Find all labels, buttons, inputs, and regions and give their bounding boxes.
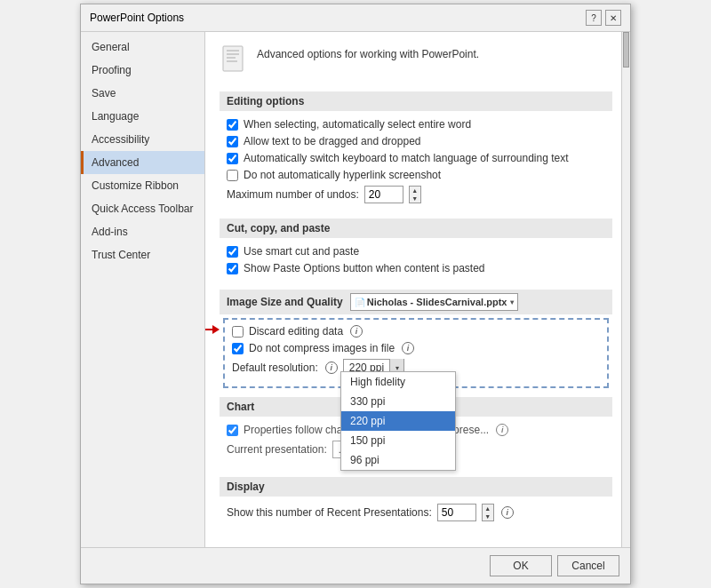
dialog-body: General Proofing Save Language Accessibi…: [81, 32, 630, 547]
scrollbar-thumb[interactable]: [623, 32, 629, 68]
recent-presentations-row: Show this number of Recent Presentations…: [227, 504, 605, 521]
option-discard-editing: Discard editing data i: [232, 325, 600, 338]
max-undos-spinner: ▲ ▼: [409, 186, 421, 203]
dashed-region-wrapper: Discard editing data i Do not compress i…: [220, 318, 612, 388]
dialog-title: PowerPoint Options: [90, 12, 184, 24]
max-undos-down[interactable]: ▼: [410, 195, 420, 203]
label-discard-editing: Discard editing data: [249, 325, 343, 338]
resolution-dropdown-popup: High fidelity 330 ppi 220 ppi 150 ppi 96…: [340, 371, 456, 471]
title-bar: PowerPoint Options ? ✕: [81, 4, 630, 32]
editing-section-body: When selecting, automatically select ent…: [220, 118, 612, 219]
sidebar-item-accessibility[interactable]: Accessibility: [81, 128, 204, 151]
label-drag-drop: Allow text to be dragged and dropped: [244, 135, 420, 147]
option-smart-cut: Use smart cut and paste: [227, 245, 605, 258]
checkbox-properties-follow[interactable]: [227, 425, 238, 436]
file-icon: 📄: [355, 298, 365, 307]
sidebar: General Proofing Save Language Accessibi…: [81, 32, 205, 547]
sidebar-item-advanced[interactable]: Advanced: [81, 151, 204, 174]
option-no-compress: Do not compress images in file i: [232, 342, 600, 354]
display-section: Display Show this number of Recent Prese…: [220, 477, 612, 536]
main-content-wrapper: Advanced options for working with PowerP…: [205, 32, 630, 547]
sidebar-item-language[interactable]: Language: [81, 105, 204, 128]
option-paste-options: Show Paste Options button when content i…: [227, 262, 605, 274]
dashed-box: Discard editing data i Do not compress i…: [223, 318, 609, 388]
checkbox-smart-cut[interactable]: [227, 246, 238, 258]
label-no-hyperlink: Do not automatically hyperlink screensho…: [244, 169, 441, 181]
image-size-title: Image Size and Quality: [227, 296, 343, 308]
label-no-compress: Do not compress images in file: [249, 342, 395, 354]
checkbox-paste-options[interactable]: [227, 263, 238, 274]
properties-follow-info-icon: i: [496, 424, 508, 436]
resolution-label: Default resolution:: [232, 362, 318, 374]
close-button[interactable]: ✕: [605, 10, 621, 26]
dropdown-option-220ppi[interactable]: 220 ppi: [341, 411, 455, 431]
recent-down[interactable]: ▼: [483, 513, 493, 520]
powerpoint-options-dialog: PowerPoint Options ? ✕ General Proofing …: [80, 4, 631, 584]
help-button[interactable]: ?: [586, 10, 602, 26]
label-auto-select: When selecting, automatically select ent…: [244, 118, 471, 131]
advanced-icon: [220, 44, 248, 79]
main-scrollbar[interactable]: [621, 32, 630, 547]
editing-section-header: Editing options: [220, 91, 612, 111]
recent-presentations-info-icon: i: [501, 506, 514, 519]
file-dropdown-arrow-icon: ▾: [510, 298, 514, 306]
cut-copy-section-body: Use smart cut and paste Show Paste Optio…: [220, 245, 612, 290]
svg-rect-2: [227, 53, 239, 55]
red-arrow-indicator: [205, 325, 220, 334]
resolution-info-icon: i: [325, 362, 338, 374]
sidebar-item-customize-ribbon[interactable]: Customize Ribbon: [81, 174, 204, 197]
cancel-button[interactable]: Cancel: [557, 555, 619, 576]
sidebar-item-save[interactable]: Save: [81, 82, 204, 105]
no-compress-info-icon: i: [402, 342, 414, 354]
sidebar-item-add-ins[interactable]: Add-ins: [81, 220, 204, 243]
checkbox-auto-select[interactable]: [227, 119, 238, 131]
checkbox-discard-editing[interactable]: [232, 326, 244, 338]
recent-presentations-input[interactable]: [437, 504, 476, 521]
ok-button[interactable]: OK: [490, 555, 552, 576]
file-dropdown[interactable]: 📄 Nicholas - SlidesCarnival.pptx ▾: [350, 293, 519, 311]
option-auto-select-word: When selecting, automatically select ent…: [227, 118, 605, 131]
recent-up[interactable]: ▲: [483, 505, 493, 513]
sidebar-item-trust-center[interactable]: Trust Center: [81, 243, 204, 266]
label-auto-keyboard: Automatically switch keyboard to match l…: [244, 152, 569, 164]
svg-rect-1: [227, 50, 239, 52]
dropdown-option-330ppi[interactable]: 330 ppi: [341, 392, 455, 411]
checkbox-no-hyperlink[interactable]: [227, 170, 238, 181]
checkbox-no-compress[interactable]: [232, 343, 244, 354]
checkbox-drag-drop[interactable]: [227, 136, 238, 147]
file-dropdown-label: Nicholas - SlidesCarnival.pptx: [367, 297, 507, 307]
recent-presentations-spinner: ▲ ▼: [482, 504, 494, 521]
svg-rect-3: [227, 57, 236, 59]
main-content: Advanced options for working with PowerP…: [205, 32, 630, 547]
cut-copy-section-header: Cut, copy, and paste: [220, 219, 612, 238]
sidebar-item-general[interactable]: General: [81, 36, 204, 59]
max-undos-label: Maximum number of undos:: [227, 188, 359, 201]
display-section-body: Show this number of Recent Presentations…: [220, 504, 612, 536]
image-size-header: Image Size and Quality 📄 Nicholas - Slid…: [220, 290, 612, 314]
current-presentation-label: Current presentation:: [227, 443, 327, 456]
header-description: Advanced options for working with PowerP…: [257, 43, 479, 60]
image-size-section: Image Size and Quality 📄 Nicholas - Slid…: [220, 290, 612, 388]
dropdown-option-150ppi[interactable]: 150 ppi: [341, 431, 455, 450]
label-smart-cut: Use smart cut and paste: [244, 245, 359, 258]
display-section-header: Display: [220, 477, 612, 497]
dialog-footer: OK Cancel: [81, 547, 630, 584]
max-undos-row: Maximum number of undos: ▲ ▼: [227, 186, 605, 203]
label-paste-options: Show Paste Options button when content i…: [244, 262, 485, 274]
svg-rect-4: [227, 60, 237, 62]
max-undos-up[interactable]: ▲: [410, 187, 420, 195]
title-bar-buttons: ? ✕: [586, 10, 621, 26]
option-auto-keyboard: Automatically switch keyboard to match l…: [227, 152, 605, 164]
max-undos-input[interactable]: [364, 186, 403, 203]
header-section: Advanced options for working with PowerP…: [220, 43, 612, 79]
recent-presentations-label: Show this number of Recent Presentations…: [227, 506, 432, 519]
discard-info-icon: i: [350, 325, 363, 338]
dropdown-option-96ppi[interactable]: 96 ppi: [341, 450, 455, 470]
resolution-row: Default resolution: i 220 ppi ▾ High fid…: [232, 359, 600, 377]
red-arrow-head-icon: [212, 325, 220, 334]
option-no-hyperlink: Do not automatically hyperlink screensho…: [227, 169, 605, 181]
sidebar-item-proofing[interactable]: Proofing: [81, 59, 204, 82]
dropdown-option-high-fidelity[interactable]: High fidelity: [341, 372, 455, 392]
checkbox-auto-keyboard[interactable]: [227, 153, 238, 164]
sidebar-item-quick-access[interactable]: Quick Access Toolbar: [81, 197, 204, 220]
